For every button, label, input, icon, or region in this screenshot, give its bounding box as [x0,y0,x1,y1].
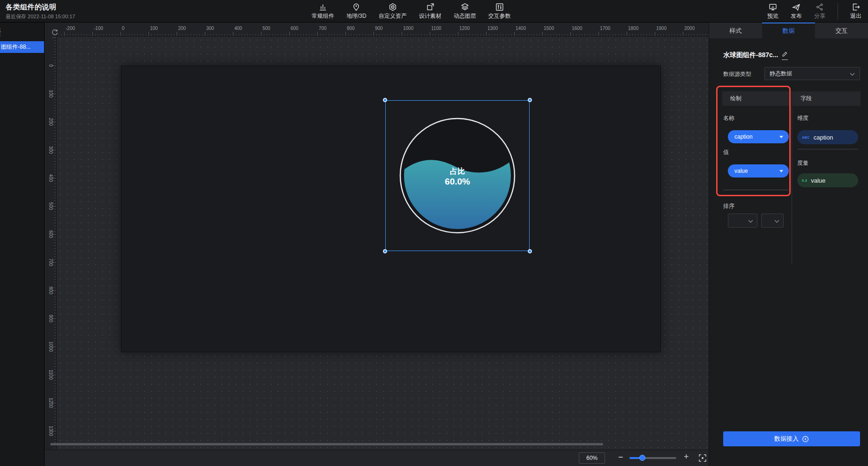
component-toolbar: 常规组件 地理/3D 自定义资产 [312,0,511,22]
tab-interaction[interactable]: 交互 [815,22,868,38]
name-field-label: 名称 [723,114,734,122]
toolbar-geo-3d[interactable]: 地理/3D [346,2,367,20]
toolbar-item-label: 设计素材 [419,12,441,20]
dimension-field-tag[interactable]: ABC caption [797,130,858,144]
toolbar-dynamic-layers[interactable]: 动态图层 [454,2,476,20]
vruler-label: 700 [48,259,53,266]
hruler-label: 100 [150,26,158,31]
share-button[interactable]: 分享 [814,2,825,20]
bar-chart-icon [318,2,328,12]
draw-section-separator [723,190,789,190]
exit-button[interactable]: 退出 [850,2,861,20]
workspace[interactable]: 占比 60.0% [57,37,709,450]
sort-order-select[interactable] [761,214,784,228]
vruler-label: 1300 [48,426,53,436]
fit-to-screen-button[interactable] [698,453,707,465]
action-label: 预览 [767,12,778,20]
hruler-label: 1500 [544,26,554,31]
monitor-icon [768,2,778,12]
hruler-label: 1100 [431,26,441,31]
last-saved-text: 最近保存 2022-11-08 15:00:17 [6,13,75,20]
action-label: 分享 [814,12,825,20]
toolbar-item-label: 自定义资产 [379,12,407,20]
vruler-label: 100 [48,90,53,98]
caret-down-icon [779,136,783,138]
sliders-icon [495,2,504,12]
hruler-label: 1400 [516,26,526,31]
zoom-in-button[interactable]: + [684,452,689,462]
hruler-label: 600 [291,26,299,31]
settings-panel: 样式 数据 交互 水球图组件-887c... 数据源类型 静态数据 绘制 字段 … [709,22,868,466]
draw-section-header: 绘制 [722,91,790,106]
layer-item-selected[interactable]: 图组件-88... [0,41,45,53]
hruler-label: 900 [375,26,383,31]
zoom-slider[interactable] [629,457,676,459]
tab-data[interactable]: 数据 [762,22,815,38]
vruler-label: 800 [48,287,53,295]
selection-handle[interactable] [383,249,387,253]
value-field-select[interactable]: value [728,164,789,178]
measure-field-tag[interactable]: 0.3 value [797,173,858,187]
toolbar-item-label: 地理/3D [346,12,367,20]
toolbar-design-assets[interactable]: 设计素材 [419,2,441,20]
zoom-level-input[interactable]: 60% [579,452,605,464]
hruler-label: 200 [178,26,186,31]
preview-button[interactable]: 预览 [767,2,778,20]
sort-field-select[interactable] [728,214,757,228]
vruler-label: 0 [48,64,53,67]
header-actions: 预览 发布 分享 [767,0,861,22]
datasource-type-label: 数据源类型 [723,70,751,78]
exit-icon [851,2,861,12]
hruler-label: 1900 [656,26,666,31]
toolbar-custom-assets[interactable]: 自定义资产 [379,2,407,20]
column-divider [792,91,792,265]
hruler-label: 1600 [572,26,582,31]
component-name-row: 水球图组件-887c... [723,51,788,60]
vruler-label: 1100 [48,370,53,380]
chevron-down-icon [774,220,779,223]
rotate-canvas-icon[interactable] [51,29,59,38]
dimension-label: 维度 [797,114,808,122]
name-field-select[interactable]: caption [728,130,789,143]
document-info: 各类组件的说明 最近保存 2022-11-08 15:00:17 [6,3,75,20]
header-divider [838,3,838,19]
selection-handle[interactable] [528,98,532,102]
hruler-label: 700 [319,26,327,31]
horizontal-ruler: -200-10001002003004005006007008009001000… [57,22,709,37]
string-type-badge: ABC [802,136,810,139]
caret-down-icon [779,170,783,172]
toolbar-interaction-params[interactable]: 交互参数 [488,2,511,20]
horizontal-scrollbar[interactable] [50,443,603,445]
vertical-ruler: 0100200300400500600700800900100011001200… [45,37,57,466]
selection-handle[interactable] [383,98,387,102]
hruler-label: 1300 [487,26,498,31]
datasource-select[interactable]: 静态数据 [764,67,860,80]
zoom-out-button[interactable]: − [618,452,623,462]
hexagon-icon [388,2,397,12]
chevron-down-icon [850,73,855,76]
vruler-label: 200 [48,118,53,126]
chevron-down-icon [748,220,753,223]
publish-button[interactable]: 发布 [791,2,802,20]
hruler-label: 0 [122,26,125,31]
field-section-header: 字段 [793,91,861,106]
value-field-label: 值 [723,148,729,156]
data-access-label: 数据接入 [774,435,799,443]
hruler-label: 300 [206,26,214,31]
vruler-label: 500 [48,202,53,210]
edit-name-icon[interactable] [782,51,788,60]
hruler-label: 2000 [684,26,695,31]
hruler-label: 1000 [403,26,413,31]
canvas-area: -200-10001002003004005006007008009001000… [45,22,709,466]
selection-handle[interactable] [528,249,532,253]
dimension-field-name: caption [814,134,833,141]
data-access-button[interactable]: 数据接入 [723,431,860,446]
tab-style[interactable]: 样式 [709,22,762,38]
toolbar-regular-components[interactable]: 常规组件 [312,2,334,20]
app-window: 各类组件的说明 最近保存 2022-11-08 15:00:17 常规组件 地理… [0,0,868,466]
hruler-label: -200 [66,26,75,31]
vruler-label: 900 [48,315,53,323]
map-pin-icon [352,2,361,12]
zoom-slider-thumb[interactable] [639,455,645,461]
toolbar-item-label: 常规组件 [312,12,334,20]
